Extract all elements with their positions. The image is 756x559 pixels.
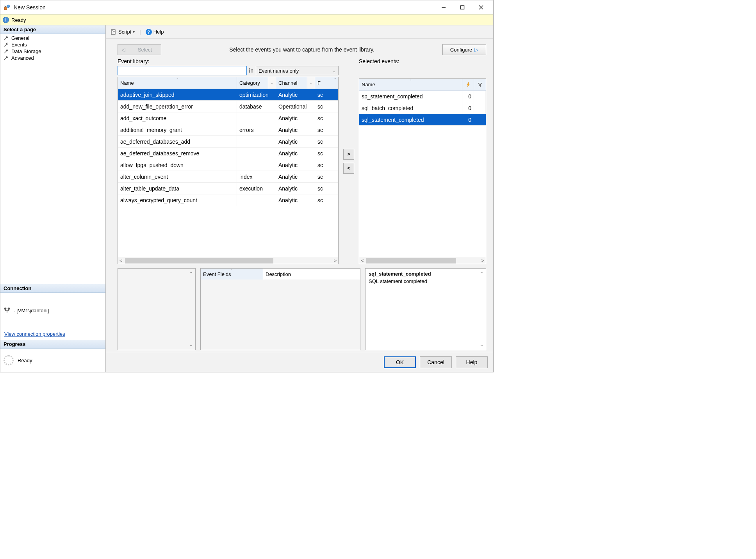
col-name[interactable]: ⌃Name [118,77,237,89]
library-row[interactable]: add_xact_outcomeAnalyticsc [118,112,338,124]
cell-extra: sc [315,159,338,171]
page-events[interactable]: Events [2,41,104,48]
library-row[interactable]: adaptive_join_skippedoptimizationAnalyti… [118,89,338,101]
col-category-drop[interactable]: ⌄ [268,77,276,89]
col-actions[interactable] [462,79,474,90]
filter-mode-combo[interactable]: Event names only ⌄ [256,66,339,75]
hscroll-thumb[interactable] [366,258,456,263]
col-filter[interactable] [474,79,486,90]
minimize-button[interactable] [435,2,453,13]
cancel-button[interactable]: Cancel [420,356,452,368]
svg-rect-0 [4,7,7,10]
maximize-button[interactable] [453,2,471,13]
cell-category: index [237,171,276,182]
selected-hscroll[interactable]: < > [359,257,486,264]
cell-category: database [237,101,276,112]
library-grid-header: ⌃Name Category ⌄ Channel ⌄ F⌃ [118,77,338,89]
close-button[interactable] [472,2,490,13]
chevron-down-icon: ⌄ [333,69,336,73]
add-event-button[interactable]: > [343,149,354,160]
cell-name: sp_statement_completed [359,91,462,102]
selected-row[interactable]: sql_statement_completed0 [359,114,486,126]
cell-extra: sc [315,194,338,206]
library-row[interactable]: ae_deferred_databases_removeAnalyticsc [118,148,338,159]
info-icon: i [3,17,9,23]
pages-header: Select a page [0,25,105,34]
col-name[interactable]: ⌃Name [359,79,462,90]
new-session-dialog: New Session i Ready Select a page Genera… [0,0,494,372]
cell-name: sql_batch_completed [359,102,462,114]
scroll-up-icon[interactable]: ⌃ [480,271,485,277]
category-desc-box: ⌃⌄ [118,268,196,350]
cell-extra: sc [315,124,338,135]
select-button[interactable]: ◁ Select [118,44,161,55]
ok-button[interactable]: OK [384,356,416,368]
progress-header: Progress [0,340,105,349]
selected-row[interactable]: sp_statement_completed0 [359,91,486,102]
cell-name: add_new_file_operation_error [118,101,237,112]
view-connection-properties-link[interactable]: View connection properties [4,331,65,337]
help-button[interactable]: Help [456,356,488,368]
cell-count: 0 [462,91,474,102]
sort-asc-icon: ⌃ [409,79,412,83]
cell-name: allow_fpga_pushed_down [118,159,237,171]
page-advanced[interactable]: Advanced [2,55,104,61]
script-button[interactable]: Script ▾ [108,28,137,36]
scroll-down-icon[interactable]: ⌄ [189,342,194,347]
instruction-text: Select the events you want to capture fr… [165,46,439,53]
library-row[interactable]: always_encrypted_query_countAnalyticsc [118,194,338,206]
in-label: in [249,68,253,74]
cell-name: ae_deferred_databases_add [118,136,237,147]
library-row[interactable]: alter_column_eventindexAnalyticsc [118,171,338,183]
hscroll-thumb[interactable] [125,258,273,263]
left-pane: Select a page General Events Data Storag… [0,25,106,372]
cell-extra: sc [315,171,338,182]
cell-name: alter_column_event [118,171,237,182]
col-event-fields[interactable]: ⌃Event Fields [201,269,263,280]
cell-name: always_encrypted_query_count [118,194,237,206]
select-label: Select [129,47,161,53]
col-description[interactable]: Description [263,269,360,280]
cell-extra: sc [315,112,338,124]
page-general[interactable]: General [2,35,104,41]
library-row[interactable]: ae_deferred_databases_addAnalyticsc [118,136,338,148]
cell-extra: sc [315,183,338,194]
cell-channel: Analytic [276,171,315,182]
col-channel-drop[interactable]: ⌄ [307,77,315,89]
library-filter-input[interactable] [118,66,247,75]
event-library-label: Event library: [118,58,339,64]
col-channel[interactable]: Channel [276,77,307,89]
remove-event-button[interactable]: < [343,163,354,174]
cell-filter [474,91,486,102]
spinner-icon [4,355,14,365]
help-button[interactable]: ? Help [143,28,166,36]
selected-grid-header: ⌃Name [359,79,486,91]
page-data-storage[interactable]: Data Storage [2,48,104,55]
cell-channel: Analytic [276,194,315,206]
configure-button[interactable]: Configure ▷ [442,44,486,55]
svg-point-1 [7,5,10,8]
svg-rect-3 [461,6,464,9]
cell-name: ae_deferred_databases_remove [118,148,237,159]
script-label: Script [118,29,131,35]
filter-mode-value: Event names only [259,68,299,74]
event-detail-box: sql_statement_completed SQL statement co… [365,268,486,350]
cell-channel: Analytic [276,159,315,171]
library-row[interactable]: alter_table_update_dataexecutionAnalytic… [118,183,338,194]
status-text: Ready [11,17,26,23]
scroll-up-icon[interactable]: ⌃ [189,271,194,277]
library-hscroll[interactable]: < > [118,257,338,264]
library-row[interactable]: additional_memory_granterrorsAnalyticsc [118,124,338,136]
selected-grid-body[interactable]: sp_statement_completed0sql_batch_complet… [359,91,486,257]
col-extra[interactable]: F⌃ [315,77,338,89]
selected-row[interactable]: sql_batch_completed0 [359,102,486,114]
cell-category: execution [237,183,276,194]
col-category[interactable]: Category [237,77,268,89]
scroll-down-icon[interactable]: ⌄ [480,342,485,347]
cell-name: additional_memory_grant [118,124,237,135]
library-row[interactable]: add_new_file_operation_errordatabaseOper… [118,101,338,112]
library-grid-body[interactable]: adaptive_join_skippedoptimizationAnalyti… [118,89,338,257]
library-row[interactable]: allow_fpga_pushed_downAnalyticsc [118,159,338,171]
cell-filter [474,102,486,114]
main-pane: Script ▾ | ? Help ◁ Select Select the ev… [106,25,493,372]
